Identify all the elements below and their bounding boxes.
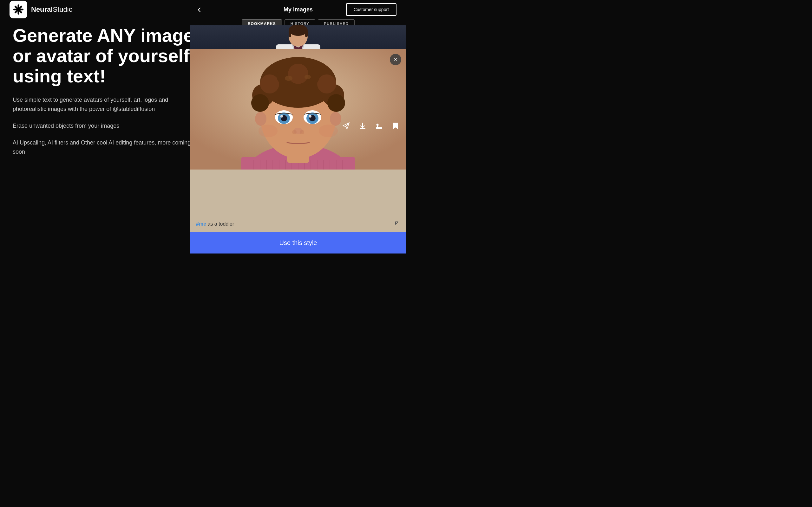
svg-point-36	[260, 74, 279, 94]
svg-rect-10	[289, 30, 291, 37]
svg-point-41	[251, 94, 269, 112]
svg-rect-61	[376, 127, 382, 129]
hero-section: Generate ANY image or avatar of yourself…	[13, 25, 197, 157]
close-button[interactable]: ×	[390, 54, 401, 65]
hero-title: Generate ANY image or avatar of yourself…	[13, 25, 197, 86]
hero-feature-2: AI Upscaling, AI filters and Other cool …	[13, 138, 197, 157]
svg-point-56	[292, 130, 297, 134]
bookmark-icon[interactable]	[390, 120, 401, 131]
child-portrait-svg	[190, 49, 406, 170]
svg-point-59	[319, 124, 338, 137]
portrait-area	[190, 49, 406, 170]
image-card: ×	[190, 49, 406, 253]
caption-area: #me as a toddler	[190, 216, 406, 231]
download-icon[interactable]	[357, 120, 368, 131]
expand-icon[interactable]	[393, 220, 400, 228]
svg-point-53	[281, 115, 283, 118]
customer-support-button[interactable]: Customer support	[346, 3, 397, 16]
svg-point-58	[258, 124, 277, 137]
svg-point-57	[300, 130, 304, 134]
svg-point-37	[317, 74, 336, 94]
caption-text: #me as a toddler	[196, 221, 234, 227]
svg-point-42	[327, 94, 345, 112]
share-icon[interactable]	[373, 120, 385, 131]
hero-feature-1: Erase unwanted objects from your images	[13, 123, 197, 129]
use-this-style-button[interactable]: Use this style	[190, 232, 406, 253]
svg-point-44	[305, 75, 311, 79]
svg-point-40	[288, 64, 308, 84]
logo-box	[9, 1, 27, 18]
svg-point-45	[255, 112, 266, 126]
svg-point-43	[285, 76, 293, 81]
hero-description: Use simple text to generate avatars of y…	[13, 95, 197, 114]
header: NeuralStudio Customer support	[0, 0, 406, 19]
svg-point-54	[309, 115, 311, 118]
caption-hashtag: #me	[196, 221, 206, 227]
svg-point-46	[330, 112, 341, 126]
logo-area: NeuralStudio	[9, 1, 72, 18]
my-images-panel: My images BOOKMARKS HISTORY PUBLISHED JO…	[190, 0, 406, 253]
logo-text: NeuralStudio	[31, 5, 72, 14]
send-icon[interactable]	[340, 120, 352, 131]
logo-icon	[13, 4, 24, 15]
svg-rect-11	[305, 30, 308, 37]
action-icons-row	[340, 120, 401, 131]
